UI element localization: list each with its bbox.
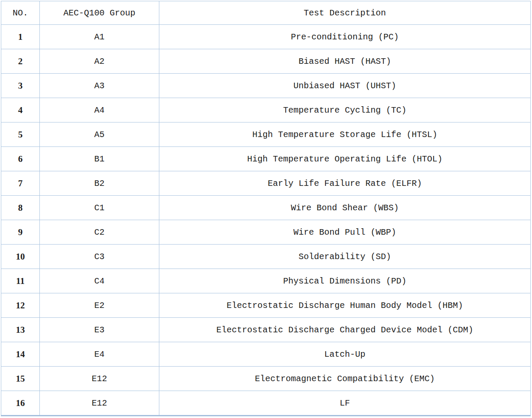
group-cell: E3 <box>40 318 159 342</box>
desc-cell: Latch-Up <box>159 342 531 367</box>
group-cell: E12 <box>40 391 159 416</box>
no-cell: 5 <box>1 122 40 147</box>
column-header-test-description: Test Description <box>159 1 531 25</box>
table-row: 2A2Biased HAST (HAST) <box>1 49 531 74</box>
table-row: 12E2Electrostatic Discharge Human Body M… <box>1 293 531 318</box>
desc-cell: Wire Bond Pull (WBP) <box>159 220 531 245</box>
no-cell: 16 <box>1 391 40 416</box>
desc-cell: High Temperature Storage Life (HTSL) <box>159 122 531 147</box>
no-cell: 1 <box>1 25 40 49</box>
no-cell: 14 <box>1 342 40 367</box>
table-row: 14E4Latch-Up <box>1 342 531 367</box>
no-cell: 2 <box>1 49 40 74</box>
table-row: 7B2Early Life Failure Rate (ELFR) <box>1 171 531 196</box>
group-cell: E12 <box>40 367 159 391</box>
no-cell: 6 <box>1 147 40 171</box>
table-row: 15E12Electromagnetic Compatibility (EMC) <box>1 367 531 391</box>
group-cell: C1 <box>40 196 159 220</box>
group-cell: C2 <box>40 220 159 245</box>
no-cell: 9 <box>1 220 40 245</box>
desc-cell: Unbiased HAST (UHST) <box>159 74 531 98</box>
desc-cell: Biased HAST (HAST) <box>159 49 531 74</box>
no-cell: 7 <box>1 171 40 196</box>
table-row: 5A5High Temperature Storage Life (HTSL) <box>1 122 531 147</box>
group-cell: A3 <box>40 74 159 98</box>
column-header-no: NO. <box>1 1 40 25</box>
table-row: 16E12LF <box>1 391 531 416</box>
desc-cell: Temperature Cycling (TC) <box>159 98 531 122</box>
no-cell: 3 <box>1 74 40 98</box>
desc-cell: Physical Dimensions (PD) <box>159 269 531 293</box>
table-header: NO. AEC-Q100 Group Test Description <box>1 1 531 25</box>
no-cell: 11 <box>1 269 40 293</box>
desc-cell: Electromagnetic Compatibility (EMC) <box>159 367 531 391</box>
table-row: 1A1Pre-conditioning (PC) <box>1 25 531 49</box>
table-row: 6B1High Temperature Operating Life (HTOL… <box>1 147 531 171</box>
group-cell: C3 <box>40 245 159 269</box>
desc-cell: Early Life Failure Rate (ELFR) <box>159 171 531 196</box>
desc-cell: High Temperature Operating Life (HTOL) <box>159 147 531 171</box>
group-cell: B2 <box>40 171 159 196</box>
no-cell: 10 <box>1 245 40 269</box>
table-row: 3A3Unbiased HAST (UHST) <box>1 74 531 98</box>
desc-cell: Electrostatic Discharge Charged Device M… <box>159 318 531 342</box>
table-row: 9C2Wire Bond Pull (WBP) <box>1 220 531 245</box>
table-row: 4A4Temperature Cycling (TC) <box>1 98 531 122</box>
desc-cell: Electrostatic Discharge Human Body Model… <box>159 293 531 318</box>
no-cell: 13 <box>1 318 40 342</box>
group-cell: E4 <box>40 342 159 367</box>
aec-q100-test-table: NO. AEC-Q100 Group Test Description 1A1P… <box>1 1 531 416</box>
aec-q100-test-table-container: NO. AEC-Q100 Group Test Description 1A1P… <box>0 0 532 416</box>
column-header-aec-q100-group: AEC-Q100 Group <box>40 1 159 25</box>
table-row: 8C1Wire Bond Shear (WBS) <box>1 196 531 220</box>
desc-cell: LF <box>159 391 531 416</box>
group-cell: A1 <box>40 25 159 49</box>
desc-cell: Wire Bond Shear (WBS) <box>159 196 531 220</box>
table-body: 1A1Pre-conditioning (PC)2A2Biased HAST (… <box>1 25 531 416</box>
table-row: 10C3Solderability (SD) <box>1 245 531 269</box>
desc-cell: Pre-conditioning (PC) <box>159 25 531 49</box>
group-cell: A2 <box>40 49 159 74</box>
group-cell: E2 <box>40 293 159 318</box>
no-cell: 12 <box>1 293 40 318</box>
table-row: 13E3Electrostatic Discharge Charged Devi… <box>1 318 531 342</box>
table-row: 11C4Physical Dimensions (PD) <box>1 269 531 293</box>
group-cell: B1 <box>40 147 159 171</box>
group-cell: C4 <box>40 269 159 293</box>
header-row: NO. AEC-Q100 Group Test Description <box>1 1 531 25</box>
desc-cell: Solderability (SD) <box>159 245 531 269</box>
no-cell: 8 <box>1 196 40 220</box>
no-cell: 15 <box>1 367 40 391</box>
group-cell: A5 <box>40 122 159 147</box>
group-cell: A4 <box>40 98 159 122</box>
no-cell: 4 <box>1 98 40 122</box>
